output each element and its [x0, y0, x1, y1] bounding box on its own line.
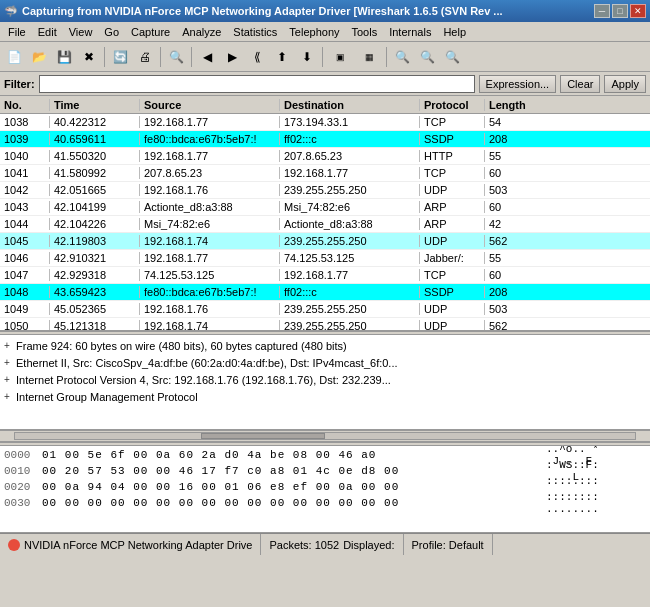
menu-telephony[interactable]: Telephony — [283, 24, 345, 40]
menu-edit[interactable]: Edit — [32, 24, 63, 40]
cell-dst: 239.255.255.250 — [280, 320, 420, 331]
cell-len: 54 — [485, 116, 525, 128]
packet-row-7[interactable]: 1045 42.119803 192.168.1.74 239.255.255.… — [0, 233, 650, 250]
packet-row-11[interactable]: 1049 45.052365 192.168.1.76 239.255.255.… — [0, 301, 650, 318]
cell-src: 192.168.1.74 — [140, 235, 280, 247]
cell-dst: 239.255.255.250 — [280, 235, 420, 247]
packet-row-3[interactable]: 1041 41.580992 207.8.65.23 192.168.1.77 … — [0, 165, 650, 182]
cell-time: 42.051665 — [50, 184, 140, 196]
detail-row-0[interactable]: + Frame 924: 60 bytes on wire (480 bits)… — [4, 337, 646, 354]
cell-dst: 173.194.33.1 — [280, 116, 420, 128]
detail-text-1: Ethernet II, Src: CiscoSpv_4a:df:be (60:… — [16, 357, 398, 369]
menu-analyze[interactable]: Analyze — [176, 24, 227, 40]
detail-row-3[interactable]: + Internet Group Management Protocol — [4, 388, 646, 405]
new-capture-button[interactable]: 📄 — [2, 45, 26, 69]
cell-dst: Msi_74:82:e6 — [280, 201, 420, 213]
status-adapter: NVIDIA nForce MCP Networking Adapter Dri… — [0, 534, 261, 555]
menu-statistics[interactable]: Statistics — [227, 24, 283, 40]
cell-src: Msi_74:82:e6 — [140, 218, 280, 230]
zoom-in-button[interactable]: 🔍 — [390, 45, 414, 69]
packet-row-2[interactable]: 1040 41.550320 192.168.1.77 207.8.65.23 … — [0, 148, 650, 165]
menu-file[interactable]: File — [2, 24, 32, 40]
cell-proto: TCP — [420, 269, 485, 281]
clear-button[interactable]: Clear — [560, 75, 600, 93]
packet-row-1[interactable]: 1039 40.659611 fe80::bdca:e67b:5eb7:! ff… — [0, 131, 650, 148]
zoom-out-button[interactable]: 🔍 — [415, 45, 439, 69]
h-scrollbar-area[interactable] — [0, 430, 650, 442]
hex-bytes-2: 00 0a 94 04 00 00 16 00 01 06 e8 ef 00 0… — [42, 481, 538, 493]
packet-row-8[interactable]: 1046 42.910321 192.168.1.77 74.125.53.12… — [0, 250, 650, 267]
cell-len: 503 — [485, 184, 525, 196]
cell-proto: HTTP — [420, 150, 485, 162]
cell-proto: TCP — [420, 167, 485, 179]
cell-time: 40.422312 — [50, 116, 140, 128]
close-capture-button[interactable]: ✖ — [77, 45, 101, 69]
down-button[interactable]: ⬇ — [295, 45, 319, 69]
back-button[interactable]: ◀ — [195, 45, 219, 69]
expand-icon-3[interactable]: + — [4, 391, 14, 402]
filter-input[interactable] — [39, 75, 475, 93]
packet-list[interactable]: No. Time Source Destination Protocol Len… — [0, 96, 650, 331]
menu-go[interactable]: Go — [98, 24, 125, 40]
detail-text-0: Frame 924: 60 bytes on wire (480 bits), … — [16, 340, 347, 352]
expand-icon-2[interactable]: + — [4, 374, 14, 385]
start-capture-button[interactable]: ▦ — [355, 45, 383, 69]
save-button[interactable]: 💾 — [52, 45, 76, 69]
status-packets: Packets: 1052 Displayed: — [261, 534, 403, 555]
cell-len: 503 — [485, 303, 525, 315]
cell-no: 1041 — [0, 167, 50, 179]
packet-row-12[interactable]: 1050 45.121318 192.168.1.74 239.255.255.… — [0, 318, 650, 331]
menu-internals[interactable]: Internals — [383, 24, 437, 40]
header-length: Length — [485, 99, 525, 111]
expand-icon-1[interactable]: + — [4, 357, 14, 368]
cell-len: 562 — [485, 320, 525, 331]
expression-button[interactable]: Expression... — [479, 75, 557, 93]
packet-row-10[interactable]: 1048 43.659423 fe80::bdca:e67b:5eb7:! ff… — [0, 284, 650, 301]
capture-options-button[interactable]: ▣ — [326, 45, 354, 69]
packet-row-4[interactable]: 1042 42.051665 192.168.1.76 239.255.255.… — [0, 182, 650, 199]
up-button[interactable]: ⬆ — [270, 45, 294, 69]
cell-proto: ARP — [420, 201, 485, 213]
header-time: Time — [50, 99, 140, 111]
h-scrollbar-thumb[interactable] — [201, 433, 325, 439]
expand-icon-0[interactable]: + — [4, 340, 14, 351]
status-profile: Profile: Default — [404, 534, 493, 555]
menu-tools[interactable]: Tools — [346, 24, 384, 40]
cell-src: 192.168.1.76 — [140, 303, 280, 315]
packet-row-0[interactable]: 1038 40.422312 192.168.1.77 173.194.33.1… — [0, 114, 650, 131]
minimize-button[interactable]: ─ — [594, 4, 610, 18]
forward-button[interactable]: ▶ — [220, 45, 244, 69]
print-button[interactable]: 🖨 — [133, 45, 157, 69]
open-button[interactable]: 📂 — [27, 45, 51, 69]
cell-len: 208 — [485, 286, 525, 298]
first-button[interactable]: ⟪ — [245, 45, 269, 69]
menu-view[interactable]: View — [63, 24, 99, 40]
packet-row-9[interactable]: 1047 42.929318 74.125.53.125 192.168.1.7… — [0, 267, 650, 284]
cell-no: 1039 — [0, 133, 50, 145]
detail-row-2[interactable]: + Internet Protocol Version 4, Src: 192.… — [4, 371, 646, 388]
hex-bytes-0: 01 00 5e 6f 00 0a 60 2a d0 4a be 08 00 4… — [42, 449, 538, 461]
maximize-button[interactable]: □ — [612, 4, 628, 18]
menu-capture[interactable]: Capture — [125, 24, 176, 40]
detail-pane[interactable]: + Frame 924: 60 bytes on wire (480 bits)… — [0, 335, 650, 430]
reload-button[interactable]: 🔄 — [108, 45, 132, 69]
hex-rows: 0000 01 00 5e 6f 00 0a 60 2a d0 4a be 08… — [4, 447, 646, 511]
title-bar: 🦈 Capturing from NVIDIA nForce MCP Netwo… — [0, 0, 650, 22]
cell-proto: ARP — [420, 218, 485, 230]
close-button[interactable]: ✕ — [630, 4, 646, 18]
h-scrollbar[interactable] — [14, 432, 636, 440]
filter-label: Filter: — [4, 78, 35, 90]
cell-src: 207.8.65.23 — [140, 167, 280, 179]
packet-row-6[interactable]: 1044 42.104226 Msi_74:82:e6 Actionte_d8:… — [0, 216, 650, 233]
packet-row-5[interactable]: 1043 42.104199 Actionte_d8:a3:88 Msi_74:… — [0, 199, 650, 216]
detail-row-1[interactable]: + Ethernet II, Src: CiscoSpv_4a:df:be (6… — [4, 354, 646, 371]
zoom-normal-button[interactable]: 🔍 — [440, 45, 464, 69]
apply-button[interactable]: Apply — [604, 75, 646, 93]
cell-proto: Jabber/: — [420, 252, 485, 264]
find-button[interactable]: 🔍 — [164, 45, 188, 69]
hex-pane[interactable]: 0000 01 00 5e 6f 00 0a 60 2a d0 4a be 08… — [0, 446, 650, 533]
cell-proto: UDP — [420, 235, 485, 247]
hex-ascii-3: ........ ........ — [546, 491, 646, 515]
filter-bar: Filter: Expression... Clear Apply — [0, 72, 650, 96]
menu-help[interactable]: Help — [437, 24, 472, 40]
